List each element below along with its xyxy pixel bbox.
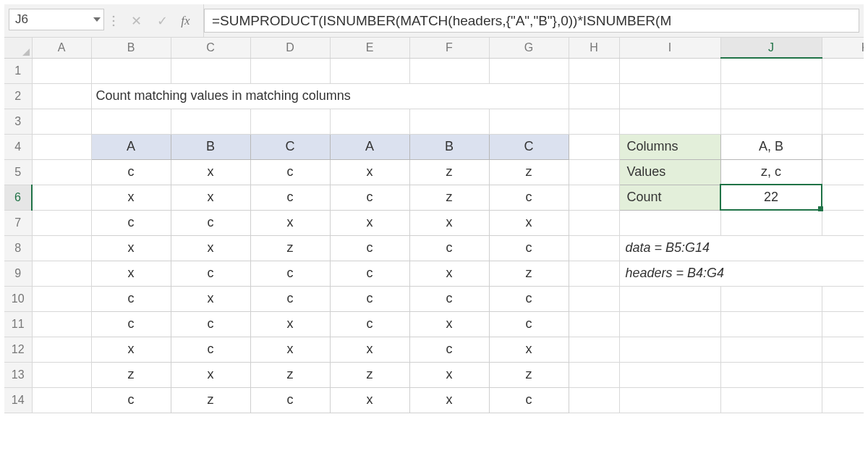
cell[interactable]	[720, 337, 822, 362]
row-header-8[interactable]: 8	[4, 235, 32, 261]
summary-values-value[interactable]: z, c	[720, 159, 822, 185]
data-cell[interactable]: c	[91, 286, 171, 311]
data-cell[interactable]: c	[171, 337, 250, 362]
col-header-I[interactable]: I	[619, 38, 720, 58]
col-header-K[interactable]: K	[822, 38, 864, 58]
data-cell[interactable]: c	[250, 261, 330, 286]
cell[interactable]	[822, 83, 864, 109]
cell[interactable]	[32, 261, 91, 286]
cell[interactable]	[569, 134, 619, 159]
cell[interactable]	[569, 387, 619, 413]
data-cell[interactable]: x	[330, 337, 409, 362]
col-header-A[interactable]: A	[32, 38, 91, 58]
data-cell[interactable]: z	[171, 387, 250, 413]
col-header-D[interactable]: D	[250, 38, 330, 58]
data-cell[interactable]: c	[409, 286, 489, 311]
cell[interactable]	[569, 311, 619, 337]
data-cell[interactable]: c	[250, 286, 330, 311]
cell[interactable]	[569, 362, 619, 387]
data-cell[interactable]: x	[171, 185, 250, 210]
cell[interactable]	[569, 58, 619, 83]
data-cell[interactable]: c	[330, 261, 409, 286]
cell[interactable]	[720, 362, 822, 387]
data-cell[interactable]: x	[409, 387, 489, 413]
data-cell[interactable]: c	[91, 159, 171, 185]
data-cell[interactable]: c	[330, 286, 409, 311]
row-header-12[interactable]: 12	[4, 337, 32, 362]
cell[interactable]	[32, 83, 91, 109]
data-cell[interactable]: z	[489, 362, 569, 387]
data-cell[interactable]: x	[91, 235, 171, 261]
data-cell[interactable]: x	[250, 311, 330, 337]
cell[interactable]	[32, 235, 91, 261]
row-header-4[interactable]: 4	[4, 134, 32, 159]
data-cell[interactable]: x	[171, 362, 250, 387]
data-cell[interactable]: x	[330, 387, 409, 413]
cell[interactable]	[569, 337, 619, 362]
data-cell[interactable]: z	[330, 362, 409, 387]
cell[interactable]	[32, 337, 91, 362]
data-cell[interactable]: c	[91, 311, 171, 337]
data-cell[interactable]: x	[171, 235, 250, 261]
data-cell[interactable]: z	[489, 159, 569, 185]
cell[interactable]	[32, 286, 91, 311]
cell[interactable]	[619, 58, 720, 83]
data-cell[interactable]: c	[250, 159, 330, 185]
data-cell[interactable]: x	[409, 362, 489, 387]
data-cell[interactable]: z	[409, 185, 489, 210]
data-cell[interactable]: x	[409, 311, 489, 337]
data-cell[interactable]: x	[409, 210, 489, 235]
data-cell[interactable]: c	[330, 235, 409, 261]
data-cell[interactable]: x	[330, 159, 409, 185]
data-cell[interactable]: z	[250, 235, 330, 261]
cell[interactable]	[32, 134, 91, 159]
cell[interactable]	[91, 109, 171, 134]
cell[interactable]	[619, 311, 720, 337]
cell[interactable]	[619, 210, 720, 235]
data-cell[interactable]: c	[330, 185, 409, 210]
cell[interactable]	[32, 210, 91, 235]
row-header-1[interactable]: 1	[4, 58, 32, 83]
cell[interactable]	[32, 109, 91, 134]
col-header-H[interactable]: H	[569, 38, 619, 58]
cell[interactable]	[569, 210, 619, 235]
fx-icon[interactable]: fx	[175, 4, 204, 37]
name-box[interactable]	[9, 9, 90, 30]
cell[interactable]	[32, 311, 91, 337]
row-header-11[interactable]: 11	[4, 311, 32, 337]
col-header-J[interactable]: J	[720, 38, 822, 58]
cell[interactable]	[822, 159, 864, 185]
cell[interactable]	[32, 387, 91, 413]
cell[interactable]	[720, 311, 822, 337]
cell[interactable]	[330, 58, 409, 83]
data-cell[interactable]: c	[489, 185, 569, 210]
col-header-E[interactable]: E	[330, 38, 409, 58]
cell[interactable]	[409, 109, 489, 134]
cell[interactable]	[619, 83, 720, 109]
cell[interactable]	[720, 210, 822, 235]
cell[interactable]	[569, 286, 619, 311]
row-header-9[interactable]: 9	[4, 261, 32, 286]
cell[interactable]	[250, 109, 330, 134]
data-cell[interactable]: c	[91, 210, 171, 235]
data-cell[interactable]: x	[250, 210, 330, 235]
data-cell[interactable]: c	[91, 387, 171, 413]
data-cell[interactable]: c	[409, 337, 489, 362]
data-cell[interactable]: c	[489, 235, 569, 261]
cell[interactable]	[720, 58, 822, 83]
data-cell[interactable]: z	[489, 261, 569, 286]
cell[interactable]	[569, 261, 619, 286]
data-cell[interactable]: c	[171, 261, 250, 286]
row-header-13[interactable]: 13	[4, 362, 32, 387]
cell[interactable]	[619, 362, 720, 387]
data-cell[interactable]: x	[409, 261, 489, 286]
cell[interactable]	[250, 58, 330, 83]
cell[interactable]	[569, 83, 619, 109]
cell[interactable]	[720, 387, 822, 413]
cell[interactable]	[91, 58, 171, 83]
cancel-icon[interactable]: ✕	[123, 4, 149, 37]
data-cell[interactable]: c	[171, 210, 250, 235]
data-cell[interactable]: x	[171, 159, 250, 185]
row-header-6[interactable]: 6	[4, 185, 32, 210]
cell[interactable]	[619, 387, 720, 413]
